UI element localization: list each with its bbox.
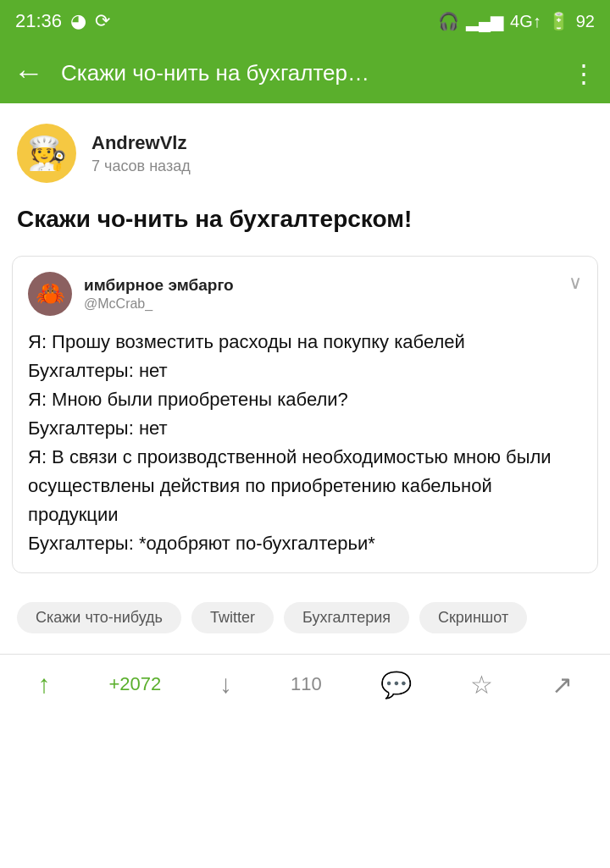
status-left: 21:36 ◕ ⟳ <box>15 10 110 32</box>
back-button[interactable]: ← <box>14 55 44 91</box>
upvote-count: +2072 <box>108 673 161 695</box>
signal-icon: ▂▄▆ <box>466 11 503 31</box>
post-title: Скажи чо-нить на бухгалтерском! <box>0 196 610 256</box>
battery-level: 92 <box>576 12 595 31</box>
twitter-handle: @McCrab_ <box>84 296 234 312</box>
status-bar: 21:36 ◕ ⟳ 🎧 ▂▄▆ 4G↑ 🔋 92 <box>0 0 610 42</box>
post-time: 7 часов назад <box>92 158 191 175</box>
app-bar: ← Скажи чо-нить на бухгалтер… ⋮ <box>0 42 610 103</box>
post-username: AndrewVlz <box>92 132 191 154</box>
battery-icon: 🔋 <box>548 11 569 31</box>
chat-button[interactable]: 💬 <box>380 670 412 699</box>
status-icon-1: ◕ <box>70 10 86 32</box>
status-time: 21:36 <box>15 10 62 32</box>
twitter-avatar: 🦀 <box>28 272 72 316</box>
comment-count: 110 <box>291 673 322 695</box>
action-bar: ↑ +2072 ↓ 110 💬 ☆ ↗ <box>0 655 610 715</box>
more-icon: ⋮ <box>571 59 596 87</box>
status-right: 🎧 ▂▄▆ 4G↑ 🔋 92 <box>438 11 595 31</box>
tag-item-1[interactable]: Twitter <box>191 602 274 633</box>
upvote-button[interactable]: ↑ <box>37 670 50 699</box>
tag-item-3[interactable]: Скриншот <box>419 602 527 633</box>
twitter-avatar-emoji: 🦀 <box>36 279 65 307</box>
upvote-count-display: +2072 <box>108 673 161 695</box>
star-icon: ☆ <box>470 670 493 699</box>
twitter-display-name: имбирное эмбарго <box>84 276 234 295</box>
twitter-card-header: 🦀 имбирное эмбарго @McCrab_ ∨ <box>28 272 582 316</box>
app-bar-title: Скажи чо-нить на бухгалтер… <box>61 60 554 86</box>
network-type: 4G↑ <box>510 12 541 31</box>
post-meta: AndrewVlz 7 часов назад <box>92 132 191 175</box>
back-icon: ← <box>14 55 44 91</box>
twitter-names: имбирное эмбарго @McCrab_ <box>84 276 234 312</box>
tags-row: Скажи что-нибудьTwitterБухгалтерияСкринш… <box>0 587 610 647</box>
share-icon: ↗ <box>552 670 573 699</box>
post-avatar: 🧑‍🍳 <box>17 124 76 183</box>
tag-item-0[interactable]: Скажи что-нибудь <box>17 602 181 633</box>
downvote-icon: ↓ <box>219 670 232 699</box>
status-icon-2: ⟳ <box>95 10 110 32</box>
chevron-down-icon[interactable]: ∨ <box>568 272 582 294</box>
headphone-icon: 🎧 <box>438 11 459 31</box>
twitter-card: 🦀 имбирное эмбарго @McCrab_ ∨ Я: Прошу в… <box>12 256 598 573</box>
upvote-icon: ↑ <box>37 670 50 699</box>
tag-item-2[interactable]: Бухгалтерия <box>284 602 409 633</box>
favorite-button[interactable]: ☆ <box>470 670 493 699</box>
comment-button[interactable]: 110 <box>291 673 322 695</box>
chat-icon: 💬 <box>380 670 412 699</box>
twitter-user-info: 🦀 имбирное эмбарго @McCrab_ <box>28 272 234 316</box>
more-button[interactable]: ⋮ <box>571 58 596 88</box>
post-header: 🧑‍🍳 AndrewVlz 7 часов назад <box>0 103 610 196</box>
content: 🧑‍🍳 AndrewVlz 7 часов назад Скажи чо-нит… <box>0 103 610 715</box>
share-button[interactable]: ↗ <box>552 670 573 699</box>
tweet-text: Я: Прошу возместить расходы на покупку к… <box>28 328 582 559</box>
downvote-button[interactable]: ↓ <box>219 670 232 699</box>
post-avatar-emoji: 🧑‍🍳 <box>27 135 67 172</box>
